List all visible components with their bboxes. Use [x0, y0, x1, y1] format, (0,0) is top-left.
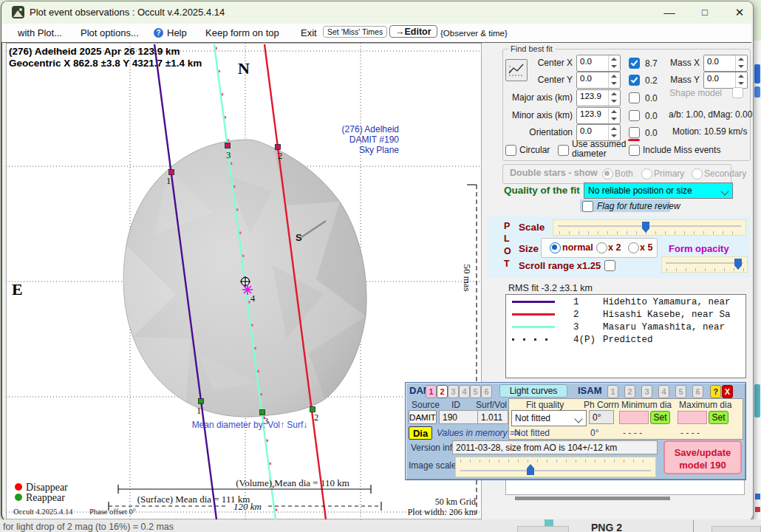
observer-time-label[interactable]: {Observer & time} [440, 29, 508, 38]
shape-model-label: Shape model [666, 88, 722, 98]
major-fit-value: 0.0 [645, 93, 658, 103]
damit-model-4-button[interactable]: 4 [459, 385, 470, 398]
marker-label-1-bottom: 1 [197, 406, 201, 416]
observer-2-name: Hisashi Kasebe, near Sa [603, 310, 731, 320]
fit-center-x-checkbox[interactable] [629, 58, 640, 69]
legend-row-2[interactable]: 2 Hisashi Kasebe, near Sa [506, 310, 745, 320]
max-dia-set-button[interactable]: Set [709, 411, 728, 424]
image-scale-thumb[interactable] [527, 464, 534, 475]
fit-center-y-checkbox[interactable] [629, 75, 640, 86]
scroll-range-checkbox[interactable] [604, 260, 615, 271]
double-secondary-label: Secondary [704, 168, 746, 179]
form-opacity-label: Form opacity [669, 243, 729, 254]
mass-y-arrows[interactable] [735, 72, 747, 88]
major-axis-arrows[interactable] [608, 90, 620, 106]
damit-help-button[interactable]: ? [710, 385, 721, 398]
menu-plot-options[interactable]: Plot options... [81, 27, 139, 38]
isam-1-button[interactable]: 1 [607, 385, 618, 398]
observer-legend-list[interactable]: 1 Hidehito Yamamura, near 2 Hisashi Kase… [505, 294, 746, 378]
fit-quality-dropdown-arrow[interactable] [574, 415, 582, 423]
double-primary-radio[interactable] [641, 168, 652, 180]
source-damit-button[interactable]: DAMIT [409, 410, 437, 424]
menu-help[interactable]: Help [167, 27, 187, 38]
legend-row-1[interactable]: 1 Hidehito Yamamura, near [506, 297, 745, 307]
legend-row-4[interactable]: 4(P) Predicted [506, 335, 745, 345]
isam-2-button[interactable]: 2 [624, 385, 635, 398]
maximize-button[interactable]: □ [695, 6, 714, 19]
form-opacity-slider[interactable] [661, 256, 748, 273]
include-miss-checkbox[interactable] [629, 145, 640, 156]
mass-x-arrows[interactable] [735, 55, 747, 71]
background-divider [693, 520, 694, 532]
light-curves-button[interactable]: Light curves [499, 384, 567, 398]
fit-plot-icon-button[interactable] [505, 59, 528, 81]
editor-button[interactable]: →Editor [389, 25, 437, 38]
use-assumed-diameter-checkbox[interactable] [558, 145, 569, 156]
center-x-arrows[interactable] [608, 55, 620, 71]
max-dia-field[interactable] [678, 411, 707, 424]
damit-model-1-button[interactable]: 1 [426, 385, 437, 398]
fit-quality-dropdown[interactable]: Not fitted [511, 410, 587, 426]
observer-3-name: Masaru Yamashita, near [603, 322, 725, 332]
double-both-radio[interactable] [602, 168, 613, 180]
damit-model-2-button[interactable]: 2 [437, 385, 448, 398]
chord-2-swatch [512, 313, 555, 316]
minor-axis-spinner[interactable]: 123.9 [576, 107, 621, 124]
center-x-value: 0.0 [577, 55, 608, 71]
size-normal-radio[interactable] [550, 242, 561, 253]
quality-dropdown[interactable]: No reliable position or size [584, 183, 733, 199]
min-dia-field[interactable] [619, 411, 649, 424]
model-id-field[interactable]: 190 [439, 410, 479, 424]
background-clipped-text: for light drop of 2 mag (to 16%) = 0.2 m… [3, 522, 344, 532]
double-secondary-radio[interactable] [692, 168, 703, 180]
menu-with-plot[interactable]: with Plot... [18, 27, 62, 38]
set-miss-times-button[interactable]: Set 'Miss' Times [323, 26, 387, 38]
center-x-spinner[interactable]: 0.0 [576, 55, 621, 72]
predicted-label: 4 [250, 293, 256, 304]
menu-exit[interactable]: Exit [301, 27, 317, 38]
mass-x-spinner[interactable]: 0.0 [703, 55, 748, 72]
isam-5-button[interactable]: 5 [675, 385, 686, 398]
center-y-arrows[interactable] [608, 72, 620, 88]
close-button[interactable]: ✕ [730, 6, 749, 19]
horizontal-scrollbar-thumb[interactable] [515, 497, 670, 500]
screen: Plot event observations : Occult v.4.202… [0, 0, 761, 532]
isam-3-button[interactable]: 3 [641, 385, 652, 398]
size-x5-radio[interactable] [628, 242, 639, 253]
damit-model-3-button[interactable]: 3 [448, 385, 459, 398]
quality-dropdown-arrow[interactable] [720, 187, 728, 195]
save-update-button[interactable]: Save/update model 190 [663, 440, 742, 474]
size-x2-radio[interactable] [596, 242, 607, 253]
menu-keep-on-top[interactable]: Keep form on top [205, 27, 279, 38]
image-scale-slider[interactable] [455, 457, 656, 477]
damit-model-6-button[interactable]: 6 [481, 385, 492, 398]
plot-title-line1: (276) Adelheid 2025 Apr 26 123.9 km [9, 46, 180, 57]
min-dia-set-button[interactable]: Set [650, 411, 670, 424]
dia-button[interactable]: Dia [409, 426, 432, 440]
help-icon[interactable]: ? [154, 28, 163, 38]
major-axis-spinner[interactable]: 123.9 [576, 89, 621, 106]
damit-close-button[interactable]: X [722, 385, 733, 398]
observer-3-num: 3 [573, 322, 579, 332]
scale-slider[interactable] [553, 219, 746, 236]
background-window-strip [753, 41, 761, 519]
north-label: N [238, 59, 250, 78]
circular-checkbox[interactable] [505, 145, 516, 156]
isam-6-button[interactable]: 6 [692, 385, 703, 398]
mass-y-spinner[interactable]: 0.0 [703, 72, 748, 89]
quality-value: No reliable position or size [588, 185, 692, 196]
ph-corrn-field[interactable]: 0° [589, 410, 614, 424]
fit-minor-checkbox[interactable] [629, 110, 640, 121]
reappear-dot [15, 494, 22, 501]
fit-major-checkbox[interactable] [629, 92, 640, 103]
isam-4-button[interactable]: 4 [658, 385, 669, 398]
damit-model-5-button[interactable]: 5 [470, 385, 481, 398]
minimize-button[interactable]: — [660, 6, 679, 19]
shape-model-checkbox[interactable] [732, 87, 743, 98]
flag-review-checkbox[interactable] [582, 201, 593, 212]
center-y-spinner[interactable]: 0.0 [576, 72, 621, 89]
orientation-arrows[interactable] [608, 125, 620, 140]
legend-row-3[interactable]: 3 Masaru Yamashita, near [506, 322, 745, 332]
minor-axis-arrows[interactable] [608, 108, 620, 123]
fit-orientation-checkbox[interactable] [629, 127, 640, 138]
